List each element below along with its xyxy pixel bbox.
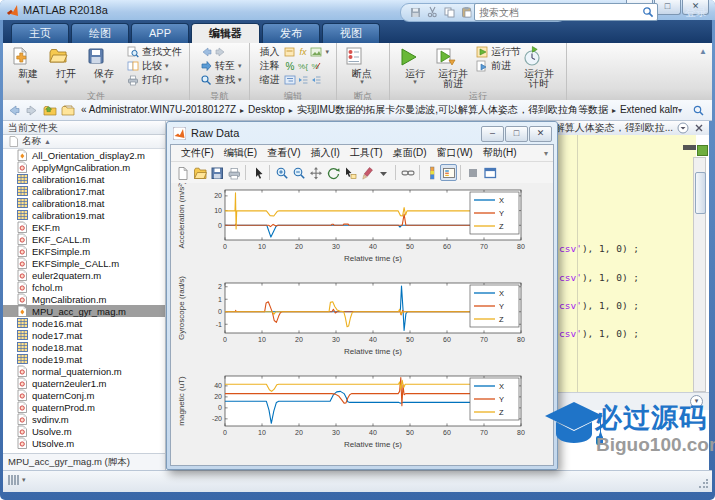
breadcrumb[interactable]: « Administrator.WIN7U-20180127Z▸Desktop▸… [81,103,678,117]
file-row[interactable]: Utsolve.m [3,437,165,449]
back-forward-buttons[interactable] [200,45,242,59]
figure-titlebar[interactable]: Raw Data – □ ✕ [167,122,557,144]
figure-close-button[interactable]: ✕ [529,126,552,142]
run-and-time-button[interactable]: 运行并计时 [521,45,557,89]
breadcrumb-part-0[interactable]: Administrator.WIN7U-20180127Z [89,104,236,115]
file-row[interactable]: euler2quatern.m [3,269,165,281]
file-row[interactable]: node18.mat [3,341,165,353]
edit-plot-icon[interactable] [249,164,266,181]
forward-icon[interactable] [25,104,39,117]
resize-grip[interactable] [698,479,708,489]
find-button[interactable]: 查找▾ [200,73,242,87]
file-row[interactable]: EKFSimple_CALL.m [3,257,165,269]
file-row[interactable]: node16.mat [3,317,165,329]
file-row[interactable]: EKFSimple.m [3,245,165,257]
editor-scrollbar[interactable] [693,157,706,392]
menubar-overflow-icon[interactable]: ▾ [544,149,548,158]
search-icon[interactable] [642,6,655,19]
ribbon-tab-0[interactable]: 主页 [11,23,69,43]
name-column-header[interactable]: 名称▲ [3,135,165,149]
file-row[interactable]: svdinv.m [3,413,165,425]
folder-up-icon[interactable] [43,104,57,117]
zoom-in-icon[interactable] [273,164,290,181]
file-row[interactable]: calibration19.mat [3,209,165,221]
figure-menu-2[interactable]: 查看(V) [267,146,300,160]
figure-maximize-button[interactable]: □ [505,126,528,142]
rotate-3d-icon[interactable] [324,164,341,181]
doc-search-box[interactable] [474,3,658,21]
new-button[interactable]: 新建 ▾ [10,45,46,85]
editor-code-line[interactable]: csv'), 1, 0) ; [559,300,639,311]
breadcrumb-part-3[interactable]: Extened kalman filter [620,104,678,115]
open-button[interactable]: 打开 ▾ [48,45,84,85]
editor-close-icon[interactable] [693,122,705,134]
figure-window[interactable]: Raw Data – □ ✕ 文件(F)编辑(E)查看(V)插入(I)工具(T)… [166,121,558,470]
ribbon-tab-3[interactable]: 编辑器 [191,23,260,43]
file-row[interactable]: EKF.m [3,221,165,233]
compare-button[interactable]: 比较▾ [127,59,182,73]
breadcrumb-part-2[interactable]: 实现IMU数据的拓展卡尔曼滤波,可以解算人体姿态，得到欧拉角等数据 [297,104,608,115]
print-button[interactable]: 打印▾ [127,73,182,87]
dock-gray-icon[interactable] [464,164,481,181]
code-analyzer-indicator[interactable] [697,145,708,156]
zoom-out-icon[interactable] [290,164,307,181]
dropdown-icon[interactable] [375,164,392,181]
goto-button[interactable]: 转至▾ [200,59,242,73]
current-folder-header[interactable]: 当前文件夹 [3,121,166,135]
maximize-button[interactable]: □ [654,0,681,15]
editor-scrollbar-thumb[interactable] [695,172,706,214]
back-icon[interactable] [7,104,21,117]
link-plots-icon[interactable] [399,164,416,181]
brush-icon[interactable] [358,164,375,181]
ribbon-collapse-icon[interactable]: ▲ [699,47,707,56]
breadcrumb-dropdown-icon[interactable]: ▾ [678,106,682,115]
editor-code-line[interactable]: csv'), 1, 0) ; [559,272,639,283]
file-row[interactable]: fchol.m [3,281,165,293]
run-section-button[interactable]: 运行节 [476,45,521,59]
editor-menu-icon[interactable] [677,122,689,134]
data-cursor-icon[interactable] [341,164,358,181]
file-row[interactable]: normal_quaternion.m [3,365,165,377]
save-button[interactable]: 保存 ▾ [86,45,122,85]
run-button[interactable]: 运行 ▾ [397,45,433,85]
ribbon-tab-2[interactable]: APP [131,23,189,43]
indent-row[interactable]: 缩进 [260,73,330,87]
advance-button[interactable]: 前进 [476,59,521,73]
insert-legend-icon[interactable] [440,164,457,181]
figure-menu-0[interactable]: 文件(F) [181,146,214,160]
file-row[interactable]: ApplyMgnCalibration.m [3,161,165,173]
search-input[interactable] [475,7,640,18]
run-advance-button[interactable]: 运行并前进 [435,45,471,89]
editor-code-line[interactable]: csv'), 1, 0) ; [559,243,639,254]
save-icon[interactable] [409,6,422,19]
open-file-icon[interactable] [191,164,208,181]
copy-icon[interactable] [443,6,456,19]
file-row[interactable]: node17.mat [3,329,165,341]
comment-row[interactable]: 注释 % %{ % [260,59,330,73]
save-figure-icon[interactable] [208,164,225,181]
pan-icon[interactable] [307,164,324,181]
insert-colorbar-icon[interactable] [423,164,440,181]
paste-icon[interactable] [460,6,473,19]
file-row[interactable]: MPU_acc_gyr_mag.m [3,305,165,317]
editor-code-line[interactable]: csv'), 1, 0) ; [559,328,639,339]
file-row[interactable]: All_Orientation_display2.m [3,149,165,161]
file-row[interactable]: quatern2euler1.m [3,377,165,389]
find-files-button[interactable]: 查找文件 [127,45,182,59]
figure-menu-6[interactable]: 窗口(W) [437,146,473,160]
ribbon-tab-5[interactable]: 视图 [322,23,380,43]
figure-menu-1[interactable]: 编辑(E) [224,146,257,160]
figure-minimize-button[interactable]: – [481,126,504,142]
breadcrumb-part-1[interactable]: Desktop [248,104,285,115]
file-row[interactable]: node19.mat [3,353,165,365]
address-search-icon[interactable] [692,104,706,117]
file-row[interactable]: quaternProd.m [3,401,165,413]
dock-figure-icon[interactable] [481,164,498,181]
sign-in-link[interactable]: 登录 [685,5,707,20]
file-row[interactable]: quaternConj.m [3,389,165,401]
breakpoints-button[interactable]: 断点 ▾ [344,45,380,85]
file-row[interactable]: EKF_CALL.m [3,233,165,245]
browse-folder-icon[interactable] [61,104,75,117]
file-row[interactable]: calibration16.mat [3,173,165,185]
figure-menu-7[interactable]: 帮助(H) [483,146,517,160]
